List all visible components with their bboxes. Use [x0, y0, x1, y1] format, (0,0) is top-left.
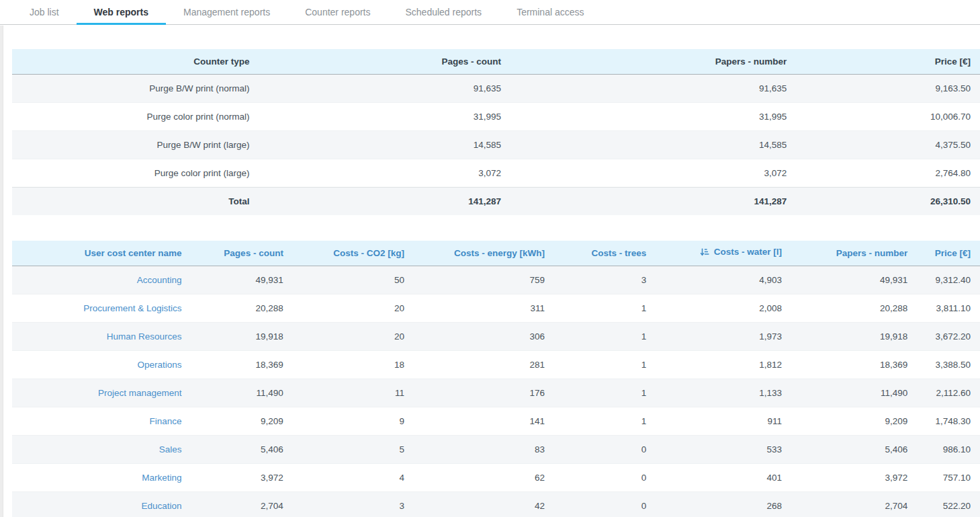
cost-center-value-cell: 757.10 — [917, 463, 980, 491]
tab-counter-reports[interactable]: Counter reports — [287, 0, 388, 24]
cost-center-value-cell: 4 — [293, 463, 414, 491]
counter-type-table: Counter type Pages - count Papers - numb… — [12, 49, 980, 215]
cost-center-value-cell: 268 — [656, 491, 791, 517]
cost-center-link[interactable]: Operations — [138, 360, 182, 370]
cost-center-value-cell: 311 — [414, 294, 554, 322]
cost-center-value-cell: 1,748.30 — [917, 407, 980, 435]
cost-center-link[interactable]: Procurement & Logistics — [83, 303, 181, 313]
cost-center-value-cell: 5 — [293, 435, 414, 463]
cost-center-name-cell: Accounting — [12, 266, 191, 294]
cost-center-value-cell: 5,406 — [791, 435, 917, 463]
counter-table-row: Purge color print (large)3,0723,0722,764… — [12, 159, 980, 187]
col-header-price[interactable]: Price [€] — [917, 241, 980, 266]
cost-center-value-cell: 19,918 — [791, 322, 917, 350]
counter-table-header-row: Counter type Pages - count Papers - numb… — [12, 49, 980, 74]
col-header-papers-number[interactable]: Papers - number — [791, 241, 917, 266]
cost-center-value-cell: 3,672.20 — [917, 322, 980, 350]
cost-center-value-cell: 9,209 — [191, 407, 293, 435]
col-header-papers-number: Papers - number — [510, 49, 796, 74]
cost-table-header-row: User cost center name Pages - count Cost… — [12, 241, 980, 266]
cost-center-row: Education2,70434202682,704522.20 — [12, 491, 980, 517]
tab-label: Terminal access — [517, 7, 584, 17]
counter-type-cell: Purge B/W print (large) — [12, 130, 259, 159]
cost-center-value-cell: 9 — [293, 407, 414, 435]
cost-center-row: Procurement & Logistics20,2882031112,008… — [12, 294, 980, 322]
counter-table-total-row: Total141,287141,28726,310.50 — [12, 187, 980, 215]
cost-center-value-cell: 1 — [554, 350, 656, 379]
cost-center-name-cell: Operations — [12, 350, 191, 379]
cost-center-value-cell: 49,931 — [191, 266, 293, 294]
cost-center-value-cell: 3 — [293, 491, 414, 517]
cost-center-value-cell: 1 — [554, 407, 656, 435]
cost-center-row: Sales5,40658305335,406986.10 — [12, 435, 980, 463]
cost-center-name-cell: Education — [12, 491, 191, 517]
cost-center-value-cell: 3,388.50 — [917, 350, 980, 379]
counter-value-cell: 31,995 — [259, 102, 510, 130]
cost-center-value-cell: 11,490 — [791, 379, 917, 407]
cost-center-link[interactable]: Project management — [98, 388, 182, 398]
cost-center-row: Marketing3,97246204013,972757.10 — [12, 463, 980, 491]
tab-label: Web reports — [94, 7, 148, 17]
counter-value-cell: 14,585 — [510, 130, 796, 159]
tab-scheduled-reports[interactable]: Scheduled reports — [388, 0, 499, 24]
cost-center-value-cell: 49,931 — [791, 266, 917, 294]
tab-label: Counter reports — [305, 7, 370, 17]
cost-center-link[interactable]: Education — [142, 501, 182, 511]
cost-center-name-cell: Procurement & Logistics — [12, 294, 191, 322]
tab-terminal-access[interactable]: Terminal access — [499, 0, 601, 24]
col-header-pages-count: Pages - count — [259, 49, 510, 74]
cost-center-value-cell: 1 — [554, 322, 656, 350]
counter-value-cell: 14,585 — [259, 130, 510, 159]
cost-center-row: Project management11,4901117611,13311,49… — [12, 379, 980, 407]
col-header-user-cost-center-name[interactable]: User cost center name — [12, 241, 191, 266]
cost-center-value-cell: 18,369 — [791, 350, 917, 379]
total-label: Total — [12, 187, 259, 215]
report-content: Counter type Pages - count Papers - numb… — [12, 25, 980, 517]
counter-table-row: Purge color print (normal)31,99531,99510… — [12, 102, 980, 130]
tab-management-reports[interactable]: Management reports — [166, 0, 287, 24]
col-header-pages-count[interactable]: Pages - count — [191, 241, 293, 266]
cost-center-link[interactable]: Sales — [159, 444, 182, 454]
cost-center-row: Human Resources19,9182030611,97319,9183,… — [12, 322, 980, 350]
tab-web-reports[interactable]: Web reports — [77, 0, 166, 24]
user-cost-center-table: User cost center name Pages - count Cost… — [12, 241, 980, 517]
col-header-costs-water[interactable]: Costs - water [l] — [656, 241, 791, 266]
col-header-costs-trees[interactable]: Costs - trees — [554, 241, 656, 266]
counter-value-cell: 91,635 — [510, 74, 796, 102]
left-scrollbar[interactable] — [0, 26, 3, 517]
counter-value-cell: 31,995 — [510, 102, 796, 130]
total-value-cell: 141,287 — [259, 187, 510, 215]
col-header-costs-energy[interactable]: Costs - energy [kWh] — [414, 241, 554, 266]
cost-center-value-cell: 533 — [656, 435, 791, 463]
cost-center-value-cell: 2,008 — [656, 294, 791, 322]
tab-label: Scheduled reports — [405, 7, 482, 17]
cost-center-value-cell: 83 — [414, 435, 554, 463]
cost-center-value-cell: 20,288 — [791, 294, 917, 322]
cost-center-value-cell: 62 — [414, 463, 554, 491]
col-header-costs-co2[interactable]: Costs - CO2 [kg] — [293, 241, 414, 266]
counter-table-row: Purge B/W print (large)14,58514,5854,375… — [12, 130, 980, 159]
tab-bar: Job list Web reports Management reports … — [0, 0, 980, 25]
cost-center-value-cell: 522.20 — [917, 491, 980, 517]
cost-center-link[interactable]: Accounting — [137, 275, 182, 285]
cost-center-value-cell: 1,973 — [656, 322, 791, 350]
total-value-cell: 26,310.50 — [796, 187, 980, 215]
cost-center-value-cell: 911 — [656, 407, 791, 435]
tab-label: Job list — [30, 7, 59, 17]
cost-center-value-cell: 2,704 — [191, 491, 293, 517]
cost-center-value-cell: 1,133 — [656, 379, 791, 407]
cost-center-value-cell: 18,369 — [191, 350, 293, 379]
cost-center-link[interactable]: Marketing — [142, 473, 181, 483]
cost-center-link[interactable]: Human Resources — [107, 331, 182, 342]
cost-center-value-cell: 50 — [293, 266, 414, 294]
tab-job-list[interactable]: Job list — [12, 0, 77, 24]
cost-center-value-cell: 1 — [554, 294, 656, 322]
counter-table-row: Purge B/W print (normal)91,63591,6359,16… — [12, 74, 980, 102]
cost-center-link[interactable]: Finance — [150, 416, 182, 426]
counter-value-cell: 10,006.70 — [796, 102, 980, 130]
counter-type-cell: Purge color print (normal) — [12, 102, 259, 130]
cost-center-value-cell: 9,312.40 — [917, 266, 980, 294]
counter-value-cell: 3,072 — [259, 159, 510, 187]
cost-center-value-cell: 176 — [414, 379, 554, 407]
counter-type-cell: Purge color print (large) — [12, 159, 259, 187]
